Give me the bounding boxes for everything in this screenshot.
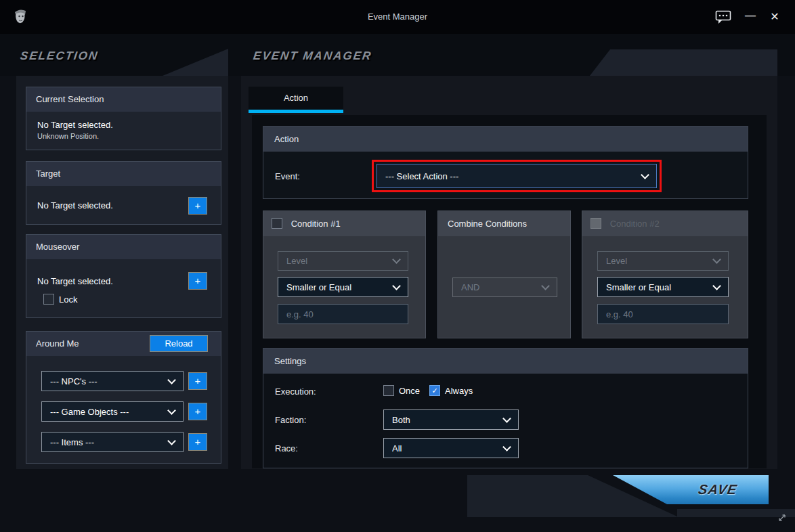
condition2-section: Condition #2 Level Smaller or Equal [582, 210, 748, 338]
settings-section: Settings Execution: Once Always Faction:… [263, 348, 748, 468]
once-label: Once [399, 386, 420, 397]
condition2-header: Condition #2 [582, 211, 748, 236]
condition2-operator-value: Smaller or Equal [606, 282, 714, 292]
once-checkbox[interactable] [383, 385, 394, 396]
game-objects-dropdown-value: --- Game Objects --- [50, 407, 169, 417]
always-label: Always [445, 386, 473, 397]
resize-grip-icon[interactable] [776, 512, 788, 524]
minimize-button[interactable]: — [741, 8, 760, 26]
condition2-field-dropdown[interactable]: Level [597, 251, 729, 271]
event-manager-window: Event Manager — ✕ SELECTION EVENT MANAGE… [0, 0, 795, 532]
faction-dropdown-value: Both [392, 415, 504, 425]
npcs-dropdown[interactable]: --- NPC's --- [41, 371, 184, 391]
condition1-checkbox[interactable] [272, 218, 282, 229]
chevron-down-icon [392, 282, 401, 290]
chevron-down-icon [167, 376, 176, 384]
chevron-down-icon [541, 282, 550, 290]
selection-title: SELECTION [20, 49, 100, 63]
event-label: Event: [275, 171, 300, 181]
chevron-down-icon [502, 414, 511, 423]
chat-icon[interactable] [715, 10, 731, 25]
tab-active-underline [249, 110, 343, 113]
condition1-header-label: Condition #1 [291, 219, 341, 229]
combine-conditions-header: Combine Conditions [438, 211, 570, 236]
condition1-section: Condition #1 Level Smaller or Equal [263, 210, 426, 338]
current-selection-header: Current Selection [26, 87, 221, 112]
combine-conditions-section: Combine Conditions AND [437, 210, 571, 338]
combine-operator-dropdown[interactable]: AND [452, 278, 557, 297]
action-section-header: Action [263, 127, 748, 152]
chevron-down-icon [392, 255, 401, 264]
condition2-header-label: Condition #2 [610, 219, 660, 229]
event-action-dropdown-value: --- Select Action --- [385, 171, 642, 181]
items-dropdown[interactable]: --- Items --- [41, 432, 184, 452]
combine-operator-value: AND [461, 282, 542, 292]
window-title: Event Manager [0, 12, 795, 22]
condition2-field-value: Level [606, 256, 714, 266]
add-mouseover-button[interactable]: + [188, 272, 207, 290]
condition1-value-input[interactable] [278, 304, 408, 324]
chevron-down-icon [641, 171, 649, 179]
condition2-value-input[interactable] [597, 304, 729, 324]
mouseover-empty-text: No Target selected. [37, 276, 113, 286]
always-checkbox[interactable] [429, 385, 440, 396]
lock-checkbox[interactable] [43, 294, 54, 305]
event-manager-title: EVENT MANAGER [253, 49, 373, 63]
faction-label: Faction: [275, 415, 306, 425]
chevron-down-icon [167, 406, 176, 415]
tab-action[interactable]: Action [249, 87, 343, 110]
current-selection-section: Current Selection No Target selected. Un… [26, 87, 221, 150]
condition1-operator-dropdown[interactable]: Smaller or Equal [278, 277, 408, 297]
chevron-down-icon [712, 282, 721, 290]
current-selection-primary: No Target selected. [37, 120, 113, 130]
add-game-object-button[interactable]: + [188, 403, 207, 420]
add-npc-button[interactable]: + [188, 372, 207, 390]
condition1-operator-value: Smaller or Equal [286, 282, 393, 292]
settings-section-header: Settings [263, 349, 748, 374]
chevron-down-icon [167, 437, 176, 445]
condition1-header: Condition #1 [263, 211, 425, 236]
add-item-button[interactable]: + [188, 433, 207, 451]
items-dropdown-value: --- Items --- [50, 437, 169, 447]
combine-conditions-header-label: Combine Conditions [448, 219, 527, 229]
titlebar: Event Manager — ✕ [0, 0, 795, 34]
current-selection-secondary: Unknown Position. [37, 132, 99, 140]
target-empty-text: No Target selected. [37, 200, 113, 210]
condition2-checkbox[interactable] [590, 218, 601, 229]
race-dropdown[interactable]: All [383, 438, 519, 458]
chevron-down-icon [502, 443, 511, 451]
lock-label: Lock [59, 294, 77, 305]
race-dropdown-value: All [392, 443, 504, 453]
faction-dropdown[interactable]: Both [383, 409, 519, 430]
game-objects-dropdown[interactable]: --- Game Objects --- [41, 401, 184, 422]
target-section: Target No Target selected. + [26, 161, 221, 225]
mouseover-section: Mouseover No Target selected. + Lock [26, 234, 221, 318]
execution-label: Execution: [275, 386, 316, 397]
around-me-section: Around Me Reload --- NPC's --- + --- Gam… [26, 331, 221, 464]
npcs-dropdown-value: --- NPC's --- [50, 376, 169, 386]
target-header: Target [26, 162, 221, 186]
condition2-operator-dropdown[interactable]: Smaller or Equal [597, 277, 729, 297]
condition1-field-value: Level [286, 256, 393, 266]
reload-button[interactable]: Reload [150, 335, 208, 352]
mouseover-header: Mouseover [26, 235, 221, 259]
chevron-down-icon [712, 255, 721, 264]
add-target-button[interactable]: + [188, 197, 207, 215]
event-action-dropdown[interactable]: --- Select Action --- [377, 164, 657, 188]
condition1-field-dropdown[interactable]: Level [278, 251, 408, 271]
race-label: Race: [275, 443, 298, 453]
close-button[interactable]: ✕ [765, 8, 784, 26]
